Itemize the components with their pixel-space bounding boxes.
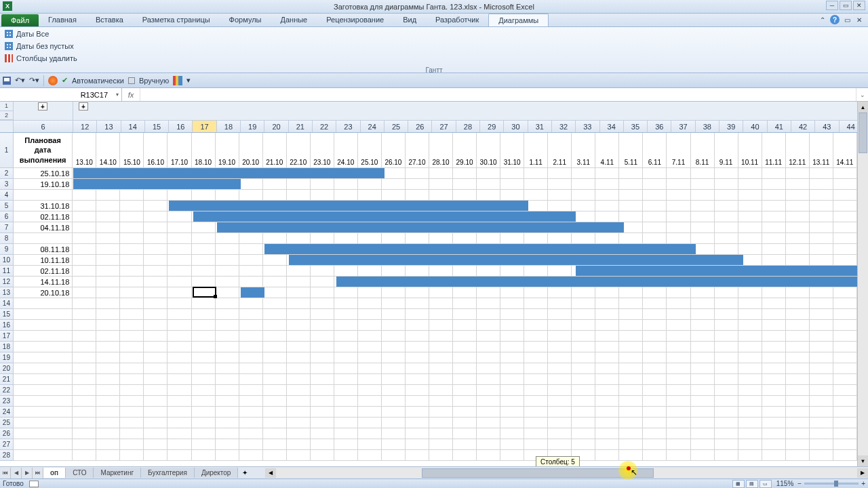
grid-cell[interactable] (120, 352, 144, 363)
ribbon-tab-вид[interactable]: Вид (393, 14, 426, 26)
header-cell[interactable]: Плановая дата выполнения (14, 133, 73, 168)
grid-cell[interactable] (595, 450, 619, 461)
grid-cell[interactable] (453, 418, 477, 428)
grid-cell[interactable] (406, 374, 429, 385)
column-header[interactable]: 6 (14, 121, 73, 132)
grid-cell[interactable] (833, 352, 857, 363)
grid-cell[interactable] (572, 385, 595, 396)
grid-cell[interactable] (192, 320, 216, 331)
grid-cell[interactable]: 11.11 (762, 133, 786, 168)
grid-cell[interactable] (287, 374, 311, 385)
grid-cell[interactable] (144, 385, 167, 396)
grid-cell[interactable] (572, 396, 595, 407)
grid-cell[interactable] (453, 309, 477, 320)
grid-cell[interactable] (715, 201, 738, 211)
column-header[interactable]: 35 (624, 121, 648, 132)
grid-cell[interactable] (643, 428, 667, 439)
grid-cell[interactable] (73, 352, 96, 363)
row-header[interactable]: 2 (0, 168, 14, 179)
grid-cell[interactable] (334, 190, 358, 201)
grid-cell[interactable] (738, 385, 762, 396)
grid-cell[interactable] (715, 287, 738, 298)
grid-cell[interactable] (810, 396, 833, 407)
grid-cell[interactable] (73, 244, 96, 255)
grid-cell[interactable] (762, 342, 786, 352)
grid-cell[interactable] (524, 439, 548, 450)
column-header[interactable]: 43 (815, 121, 839, 132)
plan-date-cell[interactable] (14, 418, 73, 428)
grid-cell[interactable] (120, 450, 144, 461)
grid-cell[interactable] (263, 385, 287, 396)
grid-cell[interactable] (120, 309, 144, 320)
grid-cell[interactable] (453, 233, 477, 244)
row-header[interactable]: 24 (0, 407, 14, 418)
grid-cell[interactable] (643, 320, 667, 331)
vertical-scrollbar[interactable]: ▲ ▼ (857, 102, 868, 466)
grid-cell[interactable] (477, 266, 500, 277)
grid-cell[interactable] (358, 374, 382, 385)
grid-cell[interactable] (358, 396, 382, 407)
grid-cell[interactable]: 3.11 (572, 133, 595, 168)
grid-cell[interactable] (358, 309, 382, 320)
grid-cell[interactable] (500, 418, 524, 428)
grid-cell[interactable] (167, 363, 191, 374)
grid-cell[interactable] (263, 342, 287, 352)
grid-cell[interactable] (167, 277, 191, 287)
grid-cell[interactable] (358, 298, 382, 309)
row-header[interactable]: 12 (0, 277, 14, 287)
grid-cell[interactable] (96, 418, 120, 428)
grid-cell[interactable] (382, 266, 406, 277)
grid-cell[interactable]: 30.10 (477, 133, 500, 168)
grid-cell[interactable] (192, 309, 216, 320)
grid-cell[interactable] (833, 396, 857, 407)
column-header[interactable]: 21 (289, 121, 313, 132)
grid-cell[interactable] (810, 374, 833, 385)
grid-cell[interactable] (762, 320, 786, 331)
grid-cell[interactable] (738, 418, 762, 428)
grid-cell[interactable] (572, 168, 595, 179)
grid-cell[interactable] (619, 168, 643, 179)
grid-cell[interactable] (96, 309, 120, 320)
grid-cell[interactable] (287, 450, 311, 461)
grid-cell[interactable] (667, 439, 690, 450)
column-header[interactable]: 26 (408, 121, 432, 132)
grid-cell[interactable] (715, 450, 738, 461)
grid-cell[interactable] (810, 342, 833, 352)
grid-cell[interactable] (500, 450, 524, 461)
grid-cell[interactable] (287, 233, 311, 244)
grid-cell[interactable] (406, 342, 429, 352)
grid-cell[interactable] (429, 450, 453, 461)
zoom-level[interactable]: 115% (776, 480, 794, 487)
grid-cell[interactable] (524, 168, 548, 179)
grid-cell[interactable] (311, 439, 334, 450)
grid-cell[interactable] (548, 352, 572, 363)
grid-cell[interactable] (73, 222, 96, 233)
grid-cell[interactable] (715, 244, 738, 255)
column-header[interactable]: 28 (456, 121, 480, 132)
grid-cell[interactable] (572, 233, 595, 244)
grid-cell[interactable] (453, 179, 477, 190)
plan-date-cell[interactable] (14, 320, 73, 331)
grid-cell[interactable] (524, 396, 548, 407)
grid-cell[interactable] (311, 363, 334, 374)
grid-cell[interactable] (572, 363, 595, 374)
grid-cell[interactable] (334, 374, 358, 385)
grid-cell[interactable] (334, 331, 358, 342)
grid-cell[interactable] (406, 287, 429, 298)
grid-cell[interactable] (524, 418, 548, 428)
grid-cell[interactable] (382, 352, 406, 363)
grid-cell[interactable] (572, 287, 595, 298)
grid-cell[interactable]: 26.10 (382, 133, 406, 168)
grid-cell[interactable] (216, 309, 239, 320)
grid-cell[interactable] (334, 320, 358, 331)
grid-cell[interactable] (287, 320, 311, 331)
grid-cell[interactable] (572, 201, 595, 211)
row-header[interactable]: 6 (0, 211, 14, 222)
grid-cell[interactable] (311, 374, 334, 385)
grid-cell[interactable] (287, 428, 311, 439)
grid-cell[interactable] (810, 331, 833, 342)
grid-cell[interactable] (833, 201, 857, 211)
grid-cell[interactable] (239, 418, 263, 428)
grid-cell[interactable] (239, 320, 263, 331)
grid-cell[interactable] (762, 450, 786, 461)
